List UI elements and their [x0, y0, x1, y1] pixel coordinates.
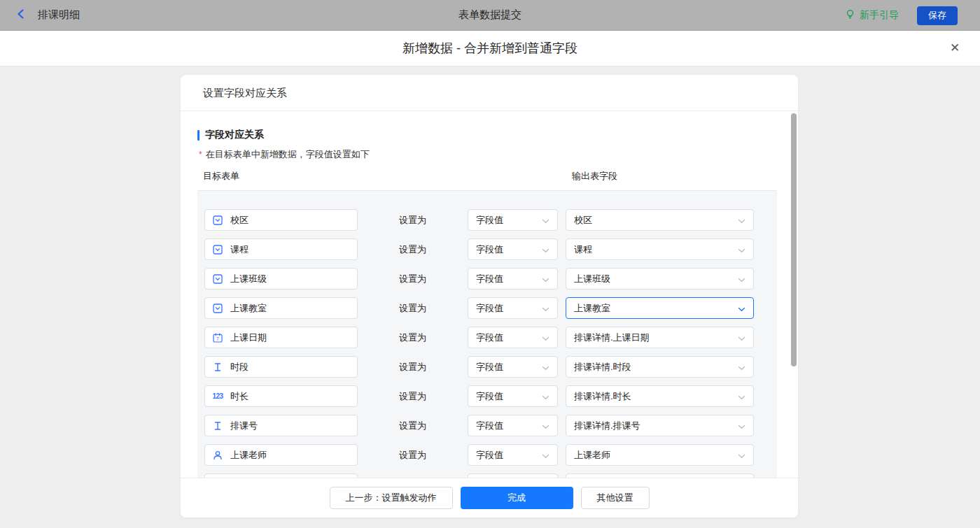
section-label: 字段对应关系	[205, 129, 264, 141]
value-type-select[interactable]: 字段值	[468, 268, 558, 290]
value-type-select[interactable]: 字段值	[468, 385, 558, 407]
save-button[interactable]: 保存	[917, 6, 958, 25]
value-type-select[interactable]: 字段值	[468, 238, 558, 260]
value-type-text: 字段值	[476, 331, 503, 344]
beginner-guide-label: 新手引导	[860, 9, 899, 22]
calendar-icon: 7	[212, 332, 223, 343]
column-header-output: 输出表字段	[572, 170, 617, 183]
target-field-label: 时长	[230, 390, 248, 403]
output-field-text: 上课教室	[574, 302, 610, 315]
chevron-down-icon	[738, 302, 746, 315]
target-field-box: 7 上课日期	[204, 327, 358, 348]
section-accent-bar	[197, 130, 200, 141]
workflow-name: 排课明细	[38, 8, 80, 22]
output-field-text: 校区	[574, 214, 592, 227]
output-field-text: 课程	[574, 243, 592, 256]
target-field-box: 上课教室	[204, 297, 358, 319]
chevron-down-icon	[542, 302, 550, 315]
value-type-select[interactable]: 字段值	[468, 327, 558, 348]
target-field-label: 校区	[230, 214, 248, 227]
output-select[interactable]: 上课班级	[566, 268, 754, 290]
target-field-box: 课程	[204, 238, 358, 260]
mapping-row: 上课班级 设置为 字段值 上课班级	[204, 268, 777, 290]
action-label: 设置为	[358, 331, 468, 344]
chevron-down-icon	[542, 214, 550, 227]
chevron-down-icon	[738, 214, 746, 227]
target-field-label: 时段	[230, 361, 248, 373]
output-field-text: 上课老师	[574, 449, 610, 462]
other-settings-button[interactable]: 其他设置	[581, 487, 650, 509]
previous-step-button[interactable]: 上一步：设置触发动作	[330, 487, 453, 509]
panel-footer: 上一步：设置触发动作 完成 其他设置	[181, 478, 798, 518]
section-title: 字段对应关系	[197, 129, 264, 141]
output-select[interactable]: 校区	[566, 209, 754, 231]
chevron-down-icon	[542, 243, 550, 256]
chevron-down-icon	[738, 449, 746, 462]
target-field-box: 上课班级	[204, 268, 358, 290]
value-type-text: 字段值	[476, 214, 503, 227]
required-asterisk: *	[199, 150, 202, 159]
output-select[interactable]: 排课详情.时段	[566, 356, 754, 378]
value-type-select[interactable]: 字段值	[468, 415, 558, 436]
mapping-row: 校区 设置为 字段值 校区	[204, 209, 777, 231]
target-field-box: 时段	[204, 356, 358, 378]
close-icon[interactable]: ✕	[946, 40, 963, 57]
chevron-down-icon	[542, 420, 550, 432]
select-field-icon	[212, 244, 223, 255]
done-button[interactable]: 完成	[461, 487, 573, 509]
action-label: 设置为	[358, 449, 468, 462]
target-field-label: 上课班级	[230, 273, 267, 285]
value-type-select[interactable]: 字段值	[468, 297, 558, 319]
scrollbar-thumb[interactable]	[791, 113, 797, 366]
lightbulb-icon	[845, 9, 855, 22]
target-field-label: 上课老师	[230, 449, 267, 462]
section-note: *在目标表单中新增数据，字段值设置如下	[199, 148, 370, 161]
value-type-text: 字段值	[476, 449, 503, 462]
target-field-label: 排课号	[230, 420, 258, 432]
target-field-box: 排课号	[204, 415, 358, 436]
mapping-row: 时段 设置为 字段值 排课详情.时段	[204, 356, 777, 378]
target-field-label: 上课日期	[230, 331, 267, 344]
text-field-icon	[212, 362, 223, 373]
action-label: 设置为	[358, 361, 468, 373]
back-button[interactable]	[15, 8, 27, 22]
mapping-row: 上课老师 设置为 字段值 上课老师	[204, 444, 777, 466]
output-select[interactable]: 排课详情.上课日期	[566, 327, 754, 348]
mapping-row: 123 时长 设置为 字段值 排课详情.时长	[204, 385, 777, 407]
rows-container: 校区 设置为 字段值 校区 课程 设置为 字段值 课程	[197, 190, 777, 478]
number-field-icon: 123	[212, 391, 223, 402]
output-select[interactable]: 排课详情.排课号	[566, 415, 754, 436]
action-label: 设置为	[358, 390, 468, 403]
select-field-icon	[212, 215, 223, 226]
chevron-down-icon	[542, 273, 550, 285]
output-field-text: 排课详情.上课日期	[574, 331, 650, 344]
target-field-label: 上课教室	[230, 302, 267, 315]
output-select[interactable]: 课程	[566, 238, 754, 260]
chevron-left-icon	[15, 8, 27, 22]
select-field-icon	[212, 273, 223, 285]
topbar: 排课明细 表单数据提交 新手引导 保存	[0, 0, 980, 31]
chevron-down-icon	[738, 331, 746, 344]
column-headers: 目标表单 输出表字段	[181, 170, 798, 183]
panel-header: 设置字段对应关系	[181, 75, 798, 111]
action-label: 设置为	[358, 420, 468, 432]
value-type-select[interactable]: 字段值	[468, 356, 558, 378]
value-type-select[interactable]: 字段值	[468, 444, 558, 466]
dialog-title: 新增数据 - 合并新增到普通字段	[0, 31, 980, 66]
value-type-text: 字段值	[476, 390, 503, 403]
field-mapping-panel: 设置字段对应关系 字段对应关系 *在目标表单中新增数据，字段值设置如下 目标表单…	[181, 75, 798, 518]
output-select[interactable]: 上课教室	[566, 297, 754, 319]
output-select[interactable]: 排课详情.时长	[566, 385, 754, 407]
output-select[interactable]: 上课老师	[566, 444, 754, 466]
value-type-select[interactable]: 字段值	[468, 209, 558, 231]
value-type-text: 字段值	[476, 273, 503, 285]
chevron-down-icon	[542, 361, 550, 373]
person-icon	[212, 450, 223, 461]
chevron-down-icon	[738, 273, 746, 285]
action-label: 设置为	[358, 243, 468, 256]
action-label: 设置为	[358, 214, 468, 227]
action-label: 设置为	[358, 273, 468, 285]
chevron-down-icon	[738, 243, 746, 256]
beginner-guide-link[interactable]: 新手引导	[845, 9, 899, 22]
column-header-target: 目标表单	[203, 170, 239, 183]
